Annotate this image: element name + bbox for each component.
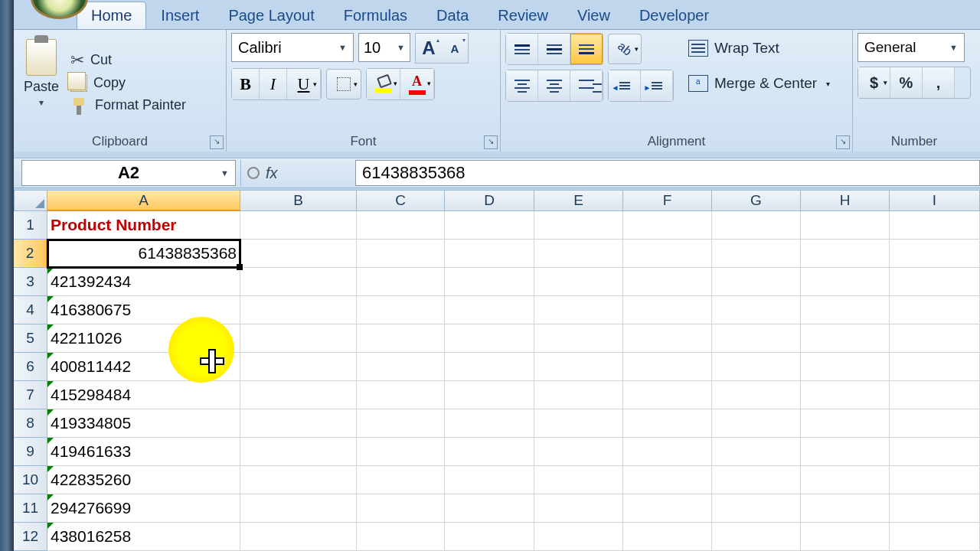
cell-E11[interactable] bbox=[534, 494, 623, 523]
row-header-1[interactable]: 1 bbox=[14, 211, 47, 240]
name-box[interactable]: A2▼ bbox=[21, 160, 236, 186]
cell-B3[interactable] bbox=[240, 268, 357, 296]
column-header-D[interactable]: D bbox=[445, 190, 534, 211]
cell-D5[interactable] bbox=[445, 324, 534, 353]
cell-B4[interactable] bbox=[240, 296, 357, 324]
align-top-button[interactable] bbox=[506, 34, 538, 64]
cell-I11[interactable] bbox=[890, 494, 980, 523]
cell-I5[interactable] bbox=[890, 324, 980, 353]
cell-F7[interactable] bbox=[623, 381, 712, 409]
orientation-button[interactable]: ab bbox=[608, 34, 642, 64]
column-header-B[interactable]: B bbox=[240, 190, 357, 211]
cell-F9[interactable] bbox=[623, 438, 712, 466]
cell-H12[interactable] bbox=[801, 523, 890, 551]
cell-D4[interactable] bbox=[445, 296, 534, 324]
font-size-combo[interactable]: 10▼ bbox=[358, 33, 410, 62]
cell-F8[interactable] bbox=[623, 409, 712, 438]
cell-F12[interactable] bbox=[623, 523, 712, 551]
cell-B5[interactable] bbox=[240, 324, 357, 353]
cell-B11[interactable] bbox=[240, 494, 357, 523]
ribbon-tab-review[interactable]: Review bbox=[483, 2, 563, 29]
column-header-H[interactable]: H bbox=[801, 190, 890, 211]
cell-I9[interactable] bbox=[890, 438, 980, 466]
cell-C7[interactable] bbox=[357, 381, 445, 409]
cell-D3[interactable] bbox=[445, 268, 534, 296]
cell-I12[interactable] bbox=[890, 523, 980, 551]
cell-E7[interactable] bbox=[534, 381, 623, 409]
fx-label[interactable]: fx bbox=[266, 165, 278, 182]
row-header-11[interactable]: 11 bbox=[14, 494, 47, 523]
font-color-button[interactable]: A bbox=[400, 69, 434, 99]
cell-B8[interactable] bbox=[240, 409, 357, 438]
align-right-button[interactable] bbox=[570, 70, 603, 101]
cell-D6[interactable] bbox=[445, 353, 534, 381]
cell-C11[interactable] bbox=[357, 494, 445, 523]
column-header-I[interactable]: I bbox=[890, 190, 980, 211]
font-dialog-launcher[interactable]: ↘ bbox=[484, 135, 498, 149]
cell-D1[interactable] bbox=[445, 211, 534, 240]
cell-E1[interactable] bbox=[534, 211, 623, 240]
cell-C1[interactable] bbox=[357, 211, 445, 240]
cell-I4[interactable] bbox=[890, 296, 980, 324]
cell-D7[interactable] bbox=[445, 381, 534, 409]
cell-A1[interactable]: Product Number bbox=[47, 211, 240, 240]
formula-input[interactable]: 61438835368 bbox=[355, 160, 980, 186]
cell-E12[interactable] bbox=[534, 523, 623, 551]
cell-I6[interactable] bbox=[890, 353, 980, 381]
cell-A8[interactable]: 419334805 bbox=[47, 409, 240, 438]
cell-E8[interactable] bbox=[534, 409, 623, 438]
cell-D11[interactable] bbox=[445, 494, 534, 523]
cut-button[interactable]: ✂Cut bbox=[70, 51, 186, 70]
cell-G2[interactable] bbox=[712, 240, 801, 268]
row-header-9[interactable]: 9 bbox=[14, 438, 47, 466]
cell-G11[interactable] bbox=[712, 494, 801, 523]
cell-G9[interactable] bbox=[712, 438, 801, 466]
cell-C9[interactable] bbox=[357, 438, 445, 466]
italic-button[interactable]: I bbox=[260, 69, 287, 99]
ribbon-tab-developer[interactable]: Developer bbox=[625, 2, 724, 29]
row-header-3[interactable]: 3 bbox=[14, 268, 47, 296]
cell-G6[interactable] bbox=[712, 353, 801, 381]
row-header-8[interactable]: 8 bbox=[14, 409, 47, 438]
cell-F1[interactable] bbox=[623, 211, 712, 240]
cell-H6[interactable] bbox=[801, 353, 890, 381]
cell-E6[interactable] bbox=[534, 353, 623, 381]
cell-A3[interactable]: 421392434 bbox=[47, 268, 240, 296]
cell-G4[interactable] bbox=[712, 296, 801, 324]
comma-button[interactable]: , bbox=[923, 67, 955, 98]
cell-H1[interactable] bbox=[801, 211, 890, 240]
number-format-combo[interactable]: General▼ bbox=[858, 33, 965, 62]
cell-C5[interactable] bbox=[357, 324, 445, 353]
fill-color-button[interactable] bbox=[367, 69, 400, 99]
cell-F2[interactable] bbox=[623, 240, 712, 268]
currency-button[interactable]: $ bbox=[858, 67, 890, 98]
ribbon-tab-insert[interactable]: Insert bbox=[146, 2, 214, 29]
column-header-E[interactable]: E bbox=[534, 190, 623, 211]
row-header-7[interactable]: 7 bbox=[14, 381, 47, 409]
decrease-indent-button[interactable]: ◄ bbox=[609, 70, 641, 101]
format-painter-button[interactable]: Format Painter bbox=[70, 96, 186, 115]
increase-indent-button[interactable]: ► bbox=[641, 70, 673, 101]
bold-button[interactable]: B bbox=[232, 69, 260, 99]
cancel-icon[interactable] bbox=[247, 167, 260, 179]
shrink-font-button[interactable]: A▾ bbox=[442, 34, 468, 63]
row-header-10[interactable]: 10 bbox=[14, 466, 47, 494]
select-all-button[interactable] bbox=[14, 190, 47, 211]
column-header-G[interactable]: G bbox=[712, 190, 801, 211]
cell-F3[interactable] bbox=[623, 268, 712, 296]
cell-G3[interactable] bbox=[712, 268, 801, 296]
cell-I10[interactable] bbox=[890, 466, 980, 494]
wrap-text-button[interactable]: Wrap Text bbox=[681, 33, 837, 64]
cell-H10[interactable] bbox=[801, 466, 890, 494]
cell-H8[interactable] bbox=[801, 409, 890, 438]
cell-H2[interactable] bbox=[801, 240, 890, 268]
merge-center-button[interactable]: Merge & Center bbox=[681, 68, 837, 99]
cell-F6[interactable] bbox=[623, 353, 712, 381]
copy-button[interactable]: Copy bbox=[70, 75, 186, 92]
cell-D2[interactable] bbox=[445, 240, 534, 268]
cell-A2[interactable]: 61438835368 bbox=[47, 240, 240, 268]
cell-F11[interactable] bbox=[623, 494, 712, 523]
cell-A7[interactable]: 415298484 bbox=[47, 381, 240, 409]
cell-D12[interactable] bbox=[445, 523, 534, 551]
align-center-button[interactable] bbox=[538, 70, 570, 101]
